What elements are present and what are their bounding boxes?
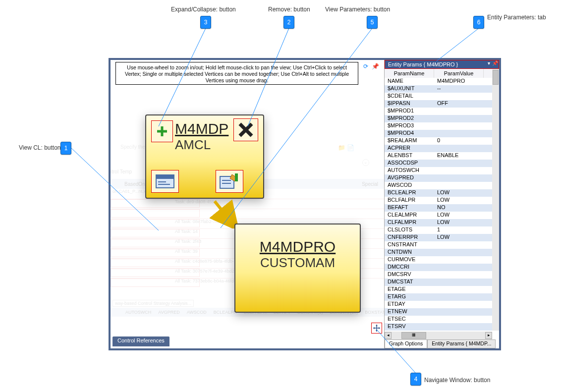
node2-subtitle: CUSTOMAM: [235, 255, 360, 271]
node2-title: M4MDPRO: [235, 238, 360, 255]
entity-params-panel: Entity Params { M4MDPRO } ▾ 📌 ParamName …: [384, 60, 499, 348]
callout-bubble-5: 5: [367, 16, 378, 29]
callout-bubble-1: 1: [60, 142, 71, 155]
svg-line-4: [436, 28, 479, 61]
param-row[interactable]: $IPPASNOFF: [385, 100, 492, 108]
param-row[interactable]: AVGPRED: [385, 174, 492, 182]
param-row[interactable]: ACPRER: [385, 145, 492, 152]
param-row[interactable]: $AUXUNIT--: [385, 85, 492, 93]
param-table-header: ParamName ParamValue: [385, 69, 499, 78]
param-row[interactable]: ETSEC: [385, 316, 492, 323]
param-row[interactable]: ETDAY: [385, 301, 492, 308]
param-row[interactable]: AWSCOD: [385, 182, 492, 189]
callout-label-2: Remove: button: [268, 6, 310, 13]
param-row[interactable]: CNTDWN: [385, 249, 492, 256]
callout-bubble-3: 3: [200, 16, 211, 29]
expand-collapse-button[interactable]: [151, 120, 173, 142]
param-row[interactable]: ETNEW: [385, 308, 492, 316]
callout-label-5: View Parameters: button: [325, 6, 390, 13]
param-row[interactable]: BEFAFTNO: [385, 204, 492, 212]
param-row[interactable]: ETARG: [385, 293, 492, 301]
param-row[interactable]: CNFERRPRLOW: [385, 234, 492, 241]
col-paramvalue[interactable]: ParamValue: [434, 69, 484, 78]
param-row[interactable]: DMCSRV: [385, 271, 492, 279]
graph-node-m4mdp[interactable]: M4MDP AMCL: [145, 114, 264, 199]
param-row[interactable]: CURMOVE: [385, 256, 492, 264]
param-row[interactable]: BCLFALPRLOW: [385, 197, 492, 204]
param-row[interactable]: $REALARM0: [385, 137, 492, 145]
callout-label-4: Navigate Window: button: [424, 377, 490, 384]
callout-label-6: Entity Parameters: tab: [487, 14, 546, 21]
callout-bubble-4: 4: [410, 373, 421, 386]
vertical-scrollbar[interactable]: [492, 69, 499, 331]
param-row[interactable]: CNSTRANT: [385, 241, 492, 249]
pin-icon[interactable]: 📌: [372, 63, 379, 70]
graph-node-m4mdpro[interactable]: M4MDPRO CUSTOMAM: [234, 224, 361, 313]
param-row[interactable]: CLEALMPRLOW: [385, 212, 492, 219]
param-row[interactable]: $CDETAIL: [385, 93, 492, 100]
param-row[interactable]: DMCCRI: [385, 264, 492, 271]
param-row[interactable]: ETAGE: [385, 286, 492, 293]
panel-pin-icon[interactable]: 📌: [492, 60, 498, 66]
param-row[interactable]: $MPROD4: [385, 130, 492, 137]
param-row[interactable]: BCLEALPRLOW: [385, 189, 492, 197]
view-cl-button[interactable]: [151, 170, 179, 193]
param-row[interactable]: CLSLOTS1: [385, 226, 492, 234]
callout-label-1: View CL: button: [19, 144, 61, 151]
tab-graph-options[interactable]: Graph Options: [385, 339, 427, 348]
refresh-icon[interactable]: ⟳: [362, 63, 369, 70]
horizontal-scrollbar[interactable]: ◂▦▸: [385, 332, 492, 339]
param-row[interactable]: AUTOSWCH: [385, 167, 492, 174]
callout-bubble-2: 2: [283, 16, 294, 29]
remove-button[interactable]: [233, 118, 258, 141]
param-row[interactable]: $MPROD2: [385, 115, 492, 122]
param-row[interactable]: ASSOCDSP: [385, 160, 492, 167]
app-window: Use mouse-wheel to zoom in/out; Hold lef…: [109, 58, 501, 350]
tab-entity-params[interactable]: Entity Params { M4MDP...: [427, 339, 496, 348]
navigate-window-button[interactable]: [371, 323, 382, 334]
svg-line-18: [215, 201, 232, 223]
param-row[interactable]: $MPROD3: [385, 122, 492, 130]
param-row[interactable]: NAMEM4MDPRO: [385, 78, 492, 85]
param-row[interactable]: CLFALMPRLOW: [385, 219, 492, 226]
svg-rect-11: [156, 175, 174, 179]
param-row[interactable]: ALENBSTENABLE: [385, 152, 492, 160]
graph-canvas[interactable]: Use mouse-wheel to zoom in/out; Hold lef…: [111, 60, 384, 348]
param-row[interactable]: DMCSTAT: [385, 279, 492, 286]
param-row[interactable]: ETSRV: [385, 323, 492, 331]
entity-params-tab[interactable]: Entity Params { M4MDPRO } ▾ 📌: [385, 60, 499, 69]
col-paramname[interactable]: ParamName: [385, 69, 434, 78]
svg-rect-17: [235, 173, 238, 181]
panel-menu-icon[interactable]: ▾: [488, 60, 490, 66]
hint-text: Use mouse-wheel to zoom in/out; Hold lef…: [115, 62, 358, 85]
param-table-body: NAMEM4MDPRO$AUXUNIT--$CDETAIL$IPPASNOFF$…: [385, 78, 492, 331]
callout-label-3: Expand/Collapse: button: [171, 6, 236, 13]
param-row[interactable]: $MPROD1: [385, 108, 492, 115]
bottom-tab-control-references[interactable]: Control References: [112, 336, 169, 346]
view-parameters-button[interactable]: [216, 170, 243, 193]
callout-bubble-6: 6: [473, 16, 484, 29]
